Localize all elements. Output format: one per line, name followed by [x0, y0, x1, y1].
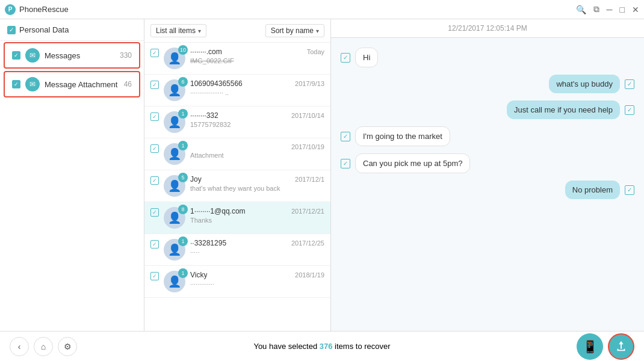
item-name: 1069094365566	[190, 79, 243, 88]
back-button[interactable]: ‹	[10, 337, 29, 356]
avatar: 👤 5	[164, 175, 185, 197]
badge: 1	[178, 268, 188, 278]
badge: 8	[178, 205, 188, 214]
message-bubble: Can you pick me up at 5pm?	[355, 153, 470, 173]
filter-arrow-icon: ▾	[198, 28, 201, 34]
msg-check[interactable]: ✓	[625, 105, 634, 115]
middle-panel: List all items ▾ Sort by name ▾ ✓ 👤 10 ·…	[144, 19, 331, 331]
sidebar-item-attachment[interactable]: ✓ ✉ Message Attachment 46	[4, 71, 140, 97]
item-content: 1········1@qq.com 2017/12/21 Thanks	[190, 207, 324, 224]
badge: 1	[178, 236, 188, 246]
filter-label: List all items	[156, 26, 196, 35]
sidebar-header: ✓ Personal Data	[0, 19, 144, 41]
selection-text: You have selected 376 items to recover	[253, 342, 390, 351]
export-icon	[615, 340, 628, 353]
avatar: 👤 8	[164, 207, 185, 229]
message-bubble: No problem	[565, 180, 620, 199]
sort-label: Sort by name	[271, 26, 314, 35]
item-name: ··33281295	[190, 239, 226, 247]
chat-panel: 12/21/2017 12:05:14 PM ✓ Hi what's up bu…	[331, 19, 644, 331]
item-content: Vicky 2018/1/19 ·············	[190, 271, 324, 288]
action-buttons: 📱	[577, 333, 634, 360]
list-item[interactable]: ✓ 👤 1 ········332 2017/10/14 15775792832	[144, 106, 330, 138]
item-content: ········332 2017/10/14 15775792832	[190, 111, 324, 128]
filter-dropdown[interactable]: List all items ▾	[150, 24, 206, 37]
conversation-list: ✓ 👤 10 ········.com Today IMG_0022.GIF ✓	[144, 43, 330, 331]
list-item[interactable]: ✓ 👤 1 2017/10/19 Attachment	[144, 138, 330, 170]
badge: 1	[178, 109, 188, 119]
list-item[interactable]: ✓ 👤 10 ········.com Today IMG_0022.GIF	[144, 43, 330, 75]
item-content: 1069094365566 2017/9/13 ················…	[190, 79, 324, 96]
item-check[interactable]: ✓	[150, 113, 159, 121]
item-check[interactable]: ✓	[150, 81, 159, 89]
minimize-icon[interactable]: ─	[607, 5, 613, 14]
message-row: No problem ✓	[341, 180, 634, 199]
msg-check[interactable]: ✓	[341, 132, 350, 141]
search-icon[interactable]: 🔍	[576, 5, 586, 14]
item-date: 2018/1/19	[295, 271, 324, 279]
attachment-check[interactable]: ✓	[12, 80, 20, 88]
item-preview: Thanks	[190, 217, 311, 224]
item-content: 2017/10/19 Attachment	[190, 143, 324, 159]
maximize-icon[interactable]: □	[620, 5, 625, 14]
messages-check[interactable]: ✓	[12, 51, 20, 60]
attachment-count: 46	[124, 80, 132, 88]
avatar-icon: 👤	[168, 243, 181, 256]
badge: 6	[178, 77, 188, 87]
avatar-icon: 👤	[168, 116, 181, 129]
item-content: ··33281295 2017/12/25 ·····	[190, 239, 324, 256]
list-item[interactable]: ✓ 👤 8 1········1@qq.com 2017/12/21 Thank…	[144, 202, 330, 234]
item-check[interactable]: ✓	[150, 176, 159, 185]
item-check[interactable]: ✓	[150, 240, 159, 248]
sidebar-header-check[interactable]: ✓	[7, 26, 16, 34]
item-content: ········.com Today IMG_0022.GIF	[190, 48, 324, 64]
msg-check[interactable]: ✓	[625, 185, 634, 195]
item-preview: ·····	[190, 248, 311, 256]
item-preview: ·············	[190, 280, 311, 288]
item-top: ··33281295 2017/12/25	[190, 239, 324, 247]
avatar-icon: 👤	[168, 52, 181, 65]
settings-button[interactable]: ⚙	[58, 337, 77, 356]
restore-icon[interactable]: ⧉	[593, 4, 599, 14]
export-button[interactable]	[608, 333, 634, 360]
item-check[interactable]: ✓	[150, 272, 159, 280]
avatar-icon: 👤	[168, 147, 181, 161]
app-logo: P	[5, 4, 16, 15]
bottom-bar: ‹ ⌂ ⚙ You have selected 376 items to rec…	[0, 331, 644, 361]
msg-check[interactable]: ✓	[341, 159, 350, 168]
messages-count: 330	[120, 51, 132, 60]
list-item[interactable]: ✓ 👤 5 Joy 2017/12/1 that's what they wan…	[144, 170, 330, 202]
chat-messages: ✓ Hi what's up buddy ✓ Just call me if y…	[331, 38, 644, 331]
item-preview: IMG_0022.GIF	[190, 57, 311, 64]
item-preview: ·················· ..	[190, 89, 311, 96]
item-name: ········332	[190, 111, 218, 120]
item-check[interactable]: ✓	[150, 208, 159, 217]
text-suffix: items to recover	[333, 342, 391, 351]
messages-icon: ✉	[25, 48, 40, 63]
avatar: 👤 1	[164, 271, 185, 292]
item-check[interactable]: ✓	[150, 144, 159, 153]
avatar: 👤 10	[164, 48, 185, 69]
item-date: 2017/12/25	[291, 239, 324, 247]
sort-dropdown[interactable]: Sort by name ▾	[265, 24, 324, 37]
sidebar: ✓ Personal Data ✓ ✉ Messages 330 ✓ ✉ Mes…	[0, 19, 144, 331]
message-row: what's up buddy ✓	[341, 75, 634, 93]
item-preview: that's what they want you back	[190, 185, 311, 192]
close-icon[interactable]: ✕	[632, 5, 639, 14]
phone-transfer-button[interactable]: 📱	[577, 333, 603, 360]
item-top: ········332 2017/10/14	[190, 111, 324, 120]
message-row: Just call me if you need help ✓	[341, 100, 634, 119]
home-button[interactable]: ⌂	[34, 337, 53, 356]
item-name: 1········1@qq.com	[190, 207, 246, 215]
list-item[interactable]: ✓ 👤 1 ··33281295 2017/12/25 ·····	[144, 234, 330, 266]
text-prefix: You have selected	[253, 342, 319, 351]
item-check[interactable]: ✓	[150, 49, 159, 57]
msg-check[interactable]: ✓	[341, 53, 350, 63]
item-date: Today	[307, 48, 324, 55]
list-item[interactable]: ✓ 👤 1 Vicky 2018/1/19 ·············	[144, 266, 330, 298]
avatar: 👤 1	[164, 111, 185, 133]
list-item[interactable]: ✓ 👤 6 1069094365566 2017/9/13 ··········…	[144, 75, 330, 106]
sidebar-item-messages[interactable]: ✓ ✉ Messages 330	[4, 42, 140, 69]
item-content: Joy 2017/12/1 that's what they want you …	[190, 175, 324, 192]
msg-check[interactable]: ✓	[625, 79, 634, 89]
